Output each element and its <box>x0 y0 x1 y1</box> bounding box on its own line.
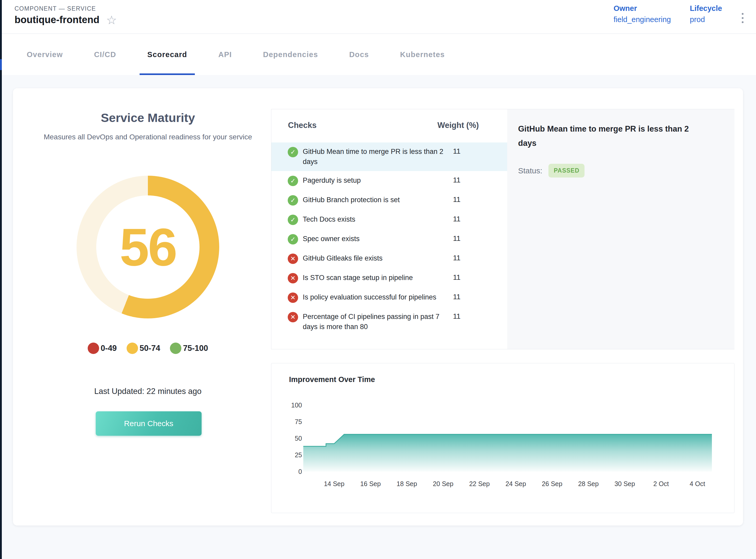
tab-api[interactable]: API <box>210 34 239 75</box>
tab-kubernetes[interactable]: Kubernetes <box>392 34 453 75</box>
check-row[interactable]: ✓Spec owner exists11 <box>271 229 507 249</box>
legend-item: 75-100 <box>170 342 208 354</box>
legend-dot <box>170 342 181 354</box>
last-updated-text: Last Updated: 22 minutes ago <box>13 387 283 396</box>
check-row[interactable]: ✕Percentage of CI pipelines passing in p… <box>271 307 507 336</box>
status-label: Status: <box>518 166 542 175</box>
maturity-score: 56 <box>76 176 219 318</box>
legend-label: 75-100 <box>183 343 208 353</box>
scorecard-page: COMPONENT — SERVICE boutique-frontend ☆ … <box>0 0 756 559</box>
scorecard-description: Measures all DevOps and Operational read… <box>36 131 259 142</box>
check-weight: 11 <box>453 147 460 155</box>
check-weight: 11 <box>453 273 460 282</box>
more-options-kebab-icon[interactable] <box>740 12 745 25</box>
improvement-chart-svg: 100755025014 Sep16 Sep18 Sep20 Sep22 Sep… <box>271 363 734 513</box>
page-header: COMPONENT — SERVICE boutique-frontend ☆ … <box>2 0 756 34</box>
check-row[interactable]: ✓Pagerduty is setup11 <box>271 171 507 191</box>
x-axis-tick: 20 Sep <box>433 480 453 487</box>
check-label: Is policy evaluation successful for pipe… <box>303 292 452 302</box>
check-row[interactable]: ✓GitHub Mean time to merge PR is less th… <box>271 142 507 171</box>
x-axis-tick: 14 Sep <box>324 480 344 487</box>
owner-label: Owner <box>614 4 671 13</box>
check-detail-status-row: Status: PASSED <box>518 164 719 178</box>
check-weight: 11 <box>453 234 460 243</box>
scorecard-name: Service Maturity <box>13 111 283 125</box>
tab-docs[interactable]: Docs <box>341 34 377 75</box>
scorecard-card: Service Maturity Measures all DevOps and… <box>13 88 743 526</box>
legend-item: 50-74 <box>127 342 160 354</box>
check-pass-icon: ✓ <box>288 176 298 186</box>
check-label: Tech Docs exists <box>303 214 452 224</box>
score-legend: 0-4950-7475-100 <box>13 342 283 354</box>
legend-label: 50-74 <box>140 343 160 353</box>
check-row[interactable]: ✓GitHub Branch protection is set11 <box>271 191 507 210</box>
x-axis-tick: 16 Sep <box>360 480 381 487</box>
owner-value-link[interactable]: field_engineering <box>614 15 671 24</box>
check-row[interactable]: ✓Tech Docs exists11 <box>271 210 507 229</box>
check-label: GitHub Branch protection is set <box>303 195 452 205</box>
chart-title: Improvement Over Time <box>289 375 375 384</box>
page-title: boutique-frontend <box>15 14 99 25</box>
check-pass-icon: ✓ <box>288 234 298 244</box>
legend-label: 0-49 <box>101 343 117 353</box>
check-weight: 11 <box>453 196 460 204</box>
check-label: Pagerduty is setup <box>303 175 452 185</box>
check-row[interactable]: ✕GitHub Gitleaks file exists11 <box>271 249 507 268</box>
side-nav-active-indicator <box>0 59 2 70</box>
tab-scorecard[interactable]: Scorecard <box>140 34 195 75</box>
check-weight: 11 <box>453 312 460 320</box>
favorite-star-icon[interactable]: ☆ <box>106 14 117 26</box>
check-pass-icon: ✓ <box>288 215 298 225</box>
x-axis-tick: 24 Sep <box>505 480 526 487</box>
weight-column-header: Weight (%) <box>437 121 479 130</box>
y-axis-tick: 75 <box>295 418 302 425</box>
side-nav-rail <box>0 0 2 559</box>
tab-ci-cd[interactable]: CI/CD <box>86 34 124 75</box>
check-weight: 11 <box>453 293 460 301</box>
check-label: GitHub Mean time to merge PR is less tha… <box>303 147 452 167</box>
x-axis-tick: 26 Sep <box>542 480 562 487</box>
status-badge: PASSED <box>548 164 585 178</box>
rerun-checks-button[interactable]: Rerun Checks <box>96 411 202 436</box>
y-axis-tick: 25 <box>295 451 302 459</box>
maturity-gauge: 56 <box>76 176 219 318</box>
title-row: boutique-frontend ☆ <box>15 14 117 26</box>
check-label: GitHub Gitleaks file exists <box>303 253 452 263</box>
x-axis-tick: 28 Sep <box>578 480 598 487</box>
x-axis-tick: 4 Oct <box>690 480 705 487</box>
tab-dependencies[interactable]: Dependencies <box>255 34 326 75</box>
check-weight: 11 <box>453 215 460 223</box>
owner-meta: Owner field_engineering <box>614 4 671 24</box>
check-fail-icon: ✕ <box>288 312 298 322</box>
check-row[interactable]: ✕Is STO scan stage setup in pipeline11 <box>271 268 507 288</box>
check-fail-icon: ✕ <box>288 292 298 303</box>
legend-item: 0-49 <box>88 342 117 354</box>
lifecycle-label: Lifecycle <box>690 4 722 13</box>
checks-column-header: Checks <box>288 121 317 130</box>
breadcrumb: COMPONENT — SERVICE <box>15 5 96 12</box>
x-axis-tick: 30 Sep <box>614 480 635 487</box>
area-series-fill <box>303 434 712 472</box>
y-axis-tick: 100 <box>291 401 302 409</box>
improvement-chart-panel: Improvement Over Time 100755025014 Sep16… <box>271 363 734 513</box>
check-fail-icon: ✕ <box>288 253 298 264</box>
y-axis-tick: 0 <box>298 468 302 475</box>
check-label: Percentage of CI pipelines passing in pa… <box>303 312 452 332</box>
tab-overview[interactable]: Overview <box>19 34 71 75</box>
check-pass-icon: ✓ <box>288 195 298 205</box>
check-detail-title: GitHub Mean time to merge PR is less tha… <box>518 122 702 150</box>
check-weight: 11 <box>453 254 460 262</box>
check-weight: 11 <box>453 176 460 184</box>
check-row[interactable]: ✕Is policy evaluation successful for pip… <box>271 288 507 307</box>
y-axis-tick: 50 <box>295 435 302 442</box>
check-label: Is STO scan stage setup in pipeline <box>303 273 452 283</box>
check-detail-panel: GitHub Mean time to merge PR is less tha… <box>507 109 734 349</box>
lifecycle-meta: Lifecycle prod <box>690 4 722 24</box>
x-axis-tick: 22 Sep <box>469 480 489 487</box>
checks-list: ✓GitHub Mean time to merge PR is less th… <box>271 142 507 337</box>
check-label: Spec owner exists <box>303 234 452 244</box>
checks-panel: Checks Weight (%) ✓GitHub Mean time to m… <box>271 109 734 349</box>
x-axis-tick: 18 Sep <box>396 480 417 487</box>
x-axis-tick: 2 Oct <box>653 480 669 487</box>
legend-dot <box>88 342 99 354</box>
